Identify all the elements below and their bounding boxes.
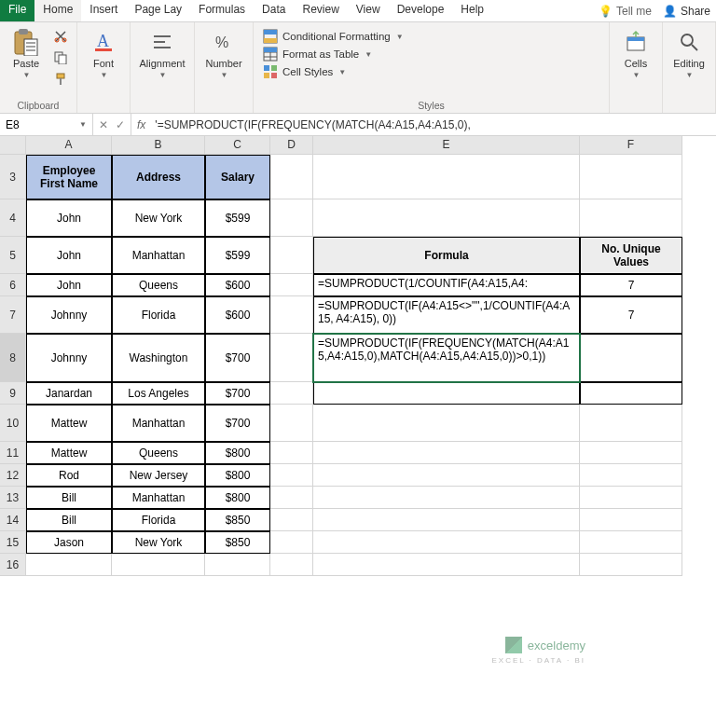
cell-E8[interactable]: =SUMPRODUCT(IF(FREQUENCY(MATCH(A4:A15,A4… [313,334,580,382]
cell-A6[interactable]: John [26,274,112,296]
cell-D3[interactable] [270,155,313,199]
row-header-5[interactable]: 5 [0,237,26,274]
cell-D14[interactable] [270,509,313,531]
format-as-table-button[interactable]: Format as Table ▼ [259,46,603,62]
alignment-button[interactable]: Alignment ▼ [136,26,188,79]
cut-button[interactable] [50,26,71,47]
cell-F16[interactable] [580,554,682,576]
cell-C14[interactable]: $850 [205,509,270,531]
cell-F4[interactable] [580,199,682,237]
tab-help[interactable]: Help [452,0,492,21]
cell-E13[interactable] [313,487,580,509]
cell-B12[interactable]: New Jersey [112,464,205,487]
cell-B16[interactable] [112,554,205,576]
row-header-13[interactable]: 13 [0,487,26,509]
cell-F8[interactable] [580,334,682,382]
cell-A16[interactable] [26,554,112,576]
cell-A15[interactable]: Jason [26,531,112,554]
tab-developer[interactable]: Develope [389,0,453,21]
cell-E3[interactable] [313,155,580,199]
cancel-formula-button[interactable]: ✕ [99,118,108,131]
cell-D8[interactable] [270,334,313,382]
formula-bar[interactable]: fx '=SUMPRODUCT(IF(FREQUENCY(MATCH(A4:A1… [131,114,716,135]
cell-A11[interactable]: Mattew [26,442,112,464]
cell-E6[interactable]: =SUMPRODUCT(1/COUNTIF(A4:A15,A4: [313,274,580,296]
cell-E12[interactable] [313,464,580,487]
cells-button[interactable]: Cells ▼ [615,26,656,79]
cell-A8[interactable]: Johnny [26,334,112,382]
name-box[interactable]: E8 ▼ [0,114,93,135]
select-all-corner[interactable] [0,136,26,155]
cell-E5[interactable]: Formula [313,237,580,274]
col-header-b[interactable]: B [112,136,205,155]
col-header-d[interactable]: D [270,136,313,155]
cell-C9[interactable]: $700 [205,382,270,405]
tab-data[interactable]: Data [254,0,294,21]
cell-C15[interactable]: $850 [205,531,270,554]
tab-insert[interactable]: Insert [81,0,126,21]
cell-C16[interactable] [205,554,270,576]
cell-B8[interactable]: Washington [112,334,205,382]
cell-D15[interactable] [270,531,313,554]
tab-home[interactable]: Home [34,0,81,21]
cell-C10[interactable]: $700 [205,405,270,442]
cell-B4[interactable]: New York [112,199,205,237]
col-header-c[interactable]: C [205,136,270,155]
cell-B10[interactable]: Manhattan [112,405,205,442]
cell-E15[interactable] [313,531,580,554]
cell-C6[interactable]: $600 [205,274,270,296]
cell-styles-button[interactable]: Cell Styles ▼ [259,63,603,80]
cell-C3[interactable]: Salary [205,155,270,199]
cell-B7[interactable]: Florida [112,296,205,334]
cell-F7[interactable]: 7 [580,296,682,334]
row-header-12[interactable]: 12 [0,464,26,487]
tab-review[interactable]: Review [294,0,347,21]
cell-B14[interactable]: Florida [112,509,205,531]
tab-view[interactable]: View [348,0,389,21]
format-painter-button[interactable] [50,69,71,89]
tell-me-box[interactable]: 💡 Tell me [593,0,657,21]
share-button[interactable]: 👤 Share [657,0,716,21]
row-header-11[interactable]: 11 [0,442,26,464]
row-header-14[interactable]: 14 [0,509,26,531]
cell-D7[interactable] [270,296,313,334]
row-header-4[interactable]: 4 [0,199,26,237]
paste-button[interactable]: Paste ▼ [6,26,47,79]
copy-button[interactable] [50,48,71,68]
cell-D10[interactable] [270,405,313,442]
cell-A4[interactable]: John [26,199,112,237]
editing-button[interactable]: Editing ▼ [668,26,709,79]
cell-C4[interactable]: $599 [205,199,270,237]
col-header-e[interactable]: E [313,136,580,155]
number-button[interactable]: % Number ▼ [200,26,247,79]
row-header-9[interactable]: 9 [0,382,26,405]
cell-B15[interactable]: New York [112,531,205,554]
row-header-10[interactable]: 10 [0,405,26,442]
cell-D16[interactable] [270,554,313,576]
cell-B5[interactable]: Manhattan [112,237,205,274]
cell-A7[interactable]: Johnny [26,296,112,334]
cell-B13[interactable]: Manhattan [112,487,205,509]
cell-A13[interactable]: Bill [26,487,112,509]
cell-D4[interactable] [270,199,313,237]
cell-A10[interactable]: Mattew [26,405,112,442]
cell-F12[interactable] [580,464,682,487]
cell-A9[interactable]: Janardan [26,382,112,405]
cell-D9[interactable] [270,382,313,405]
cell-E10[interactable] [313,405,580,442]
tab-page-layout[interactable]: Page Lay [126,0,190,21]
cell-E7[interactable]: =SUMPRODUCT(IF(A4:A15<>"",1/COUNTIF(A4:A… [313,296,580,334]
cell-D12[interactable] [270,464,313,487]
cell-C7[interactable]: $600 [205,296,270,334]
tab-file[interactable]: File [0,0,34,21]
cell-B6[interactable]: Queens [112,274,205,296]
cell-E11[interactable] [313,442,580,464]
cell-F10[interactable] [580,405,682,442]
col-header-f[interactable]: F [580,136,682,155]
cell-E14[interactable] [313,509,580,531]
row-header-8[interactable]: 8 [0,334,26,382]
row-header-16[interactable]: 16 [0,554,26,576]
font-button[interactable]: A Font ▼ [83,26,124,79]
cell-F13[interactable] [580,487,682,509]
cell-D11[interactable] [270,442,313,464]
